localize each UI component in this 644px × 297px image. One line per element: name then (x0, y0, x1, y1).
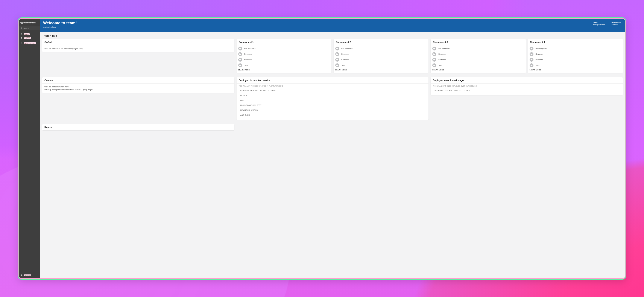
component-link-list: Pull Requests Releases Branches Tag (236, 45, 332, 68)
component-link-tags[interactable]: Tags (530, 63, 621, 67)
learn-more-button[interactable]: LEARN MORE (432, 69, 444, 71)
card-component-2: Component 2 Pull Requests Releases Branc… (334, 39, 428, 73)
sidebar: OpenContext Search Home Explore (19, 19, 40, 278)
folder-icon (335, 52, 339, 56)
list-item[interactable]: PERHAPS THEY ARE LINKS (STYLE TBD) (430, 88, 623, 93)
sidebar-item-label: Settings (24, 274, 31, 276)
sidebar-item-explore[interactable]: Explore (19, 36, 40, 39)
folder-icon (530, 63, 534, 67)
card-owners: Owners We'll put a list of Owners here P… (42, 77, 234, 93)
component-link-releases[interactable]: Releases (238, 52, 330, 56)
brand: OpenContext (19, 19, 40, 26)
sidebar-add-shortcuts[interactable]: Add Shortcuts (19, 42, 40, 45)
owners-line-1: We'll put a list of Owners here (44, 86, 232, 88)
component-link-list: Pull Requests Releases Branches Tags (528, 45, 623, 68)
component-link-label: Branches (536, 59, 543, 61)
component-link-list: Pull Requests Releases Branches Tags (430, 45, 526, 68)
deployed-recent-list: PERHAPS THEY ARE LINKS (STYLE TBD) HERE'… (236, 87, 429, 120)
component-link-pull-requests[interactable]: Pull Requests (432, 46, 524, 50)
card-deployed-old: Deployed over 2 weeks ago THIS WILL LIST… (430, 77, 623, 95)
sidebar-shortcuts: Add Shortcuts (19, 39, 40, 45)
component-link-branches[interactable]: Branches (432, 58, 524, 62)
folder-icon (238, 46, 242, 50)
component-link-label: Releases (341, 53, 349, 55)
page-header-left: Welcome to team! Optional subtitle (43, 21, 77, 28)
page-header: Welcome to team! Optional subtitle Team … (40, 19, 625, 32)
learn-more-button[interactable]: LEARN MORE (335, 69, 347, 71)
card-body: We'll put a list of Owners here Possibly… (42, 84, 234, 93)
card-title: Component 4 (528, 39, 623, 45)
app-window: OpenContext Search Home Explore (18, 18, 626, 279)
component-link-branches[interactable]: Branches (238, 58, 330, 62)
page-title: Welcome to team! (43, 21, 77, 25)
list-item[interactable]: AND SUCH (236, 113, 429, 118)
sidebar-item-settings[interactable]: Settings (19, 274, 40, 277)
component-link-branches[interactable]: Branches (530, 58, 621, 62)
card-component-1: Component 1 Pull Requests Releases Br (236, 39, 332, 73)
component-link-pull-requests[interactable]: Pull Requests (238, 46, 330, 50)
list-item[interactable]: MANY (236, 98, 429, 103)
main: Welcome to team! Optional subtitle Team … (40, 19, 625, 278)
owners-line-2: Possibly: user photos next to names, sim… (44, 88, 232, 91)
header-meta-department: Department Aviation (612, 22, 621, 26)
card-component-4: Component 4 Pull Requests Releases Branc… (528, 39, 623, 73)
card-title: Component 1 (236, 39, 332, 45)
header-meta-value: Flying Squirrels (593, 24, 605, 26)
card-title: Repos (42, 124, 234, 130)
card-title: Owners (42, 77, 234, 84)
folder-icon (530, 52, 534, 56)
folder-icon (238, 63, 242, 67)
card-title: Component 3 (430, 39, 526, 45)
component-link-pull-requests[interactable]: Pull Requests (335, 46, 427, 50)
card-title: Deployed over 2 weeks ago (430, 77, 623, 84)
component-link-pull-requests[interactable]: Pull Requests (530, 46, 621, 50)
brand-name: OpenContext (24, 22, 36, 24)
component-link-label: Pull Requests (536, 48, 547, 50)
page-subtitle: Optional subtitle (43, 26, 77, 28)
card-title: Deployed in past two weeks (236, 77, 429, 84)
sidebar-item-home[interactable]: Home (19, 32, 40, 36)
component-link-tags[interactable]: Tags (432, 63, 524, 67)
component-link-label: Tags (244, 64, 248, 66)
sidebar-item-label: Home (24, 33, 30, 35)
card-grid: OnCall We'll put a list of on call folks… (42, 39, 623, 130)
header-meta-value: Aviation (612, 24, 621, 26)
card-title: OnCall (42, 39, 234, 45)
component-link-releases[interactable]: Releases (335, 52, 427, 56)
home-icon (20, 33, 22, 35)
plugin-title: Plugin title (42, 34, 623, 39)
list-item[interactable]: PERHAPS THEY ARE LINKS (STYLE TBD) (236, 88, 429, 93)
folder-icon (238, 52, 242, 56)
card-overline: THIS WILL LIST THINGS DEPLOYED OVER 2 WE… (430, 84, 623, 87)
component-link-list: Pull Requests Releases Branches Tags (334, 45, 428, 68)
learn-more-button[interactable]: LEARN MORE (238, 69, 250, 71)
folder-icon (432, 63, 436, 67)
list-item[interactable]: LINKS SO WE CAN TEST (236, 103, 429, 108)
card-title: Component 2 (334, 39, 428, 45)
list-item[interactable]: HOW IT ALL WORKS (236, 108, 429, 113)
card-deployed-recent: Deployed in past two weeks THIS WILL LIS… (236, 77, 429, 120)
component-link-branches[interactable]: Branches (335, 58, 427, 62)
layers-icon (20, 36, 22, 39)
header-meta-team: Team Flying Squirrels (593, 22, 605, 26)
component-link-label: Tags (536, 64, 540, 66)
component-link-tags[interactable]: Tags (335, 63, 427, 67)
component-link-label: Pull Requests (438, 48, 450, 50)
list-item[interactable]: HERE'S (236, 93, 429, 98)
gear-icon (20, 274, 22, 276)
brand-logo-icon (20, 22, 22, 24)
component-link-label: Pull Requests (341, 48, 352, 50)
component-link-releases[interactable]: Releases (530, 52, 621, 56)
component-link-label: Tags (438, 64, 442, 66)
svg-point-2 (21, 28, 22, 29)
card-body: We'll put a list of on call folks here (… (42, 45, 234, 52)
component-link-tags[interactable]: Tags (238, 63, 330, 67)
component-link-releases[interactable]: Releases (432, 52, 524, 56)
card-oncall: OnCall We'll put a list of on call folks… (42, 39, 234, 52)
content-scroll[interactable]: Plugin title OnCall We'll put a list of … (40, 32, 625, 278)
sidebar-search[interactable]: Search (19, 26, 40, 30)
folder-icon (530, 46, 534, 50)
component-link-label: Pull Requests (244, 48, 256, 50)
learn-more-button[interactable]: LEARN MORE (530, 69, 541, 71)
svg-line-3 (22, 28, 22, 29)
